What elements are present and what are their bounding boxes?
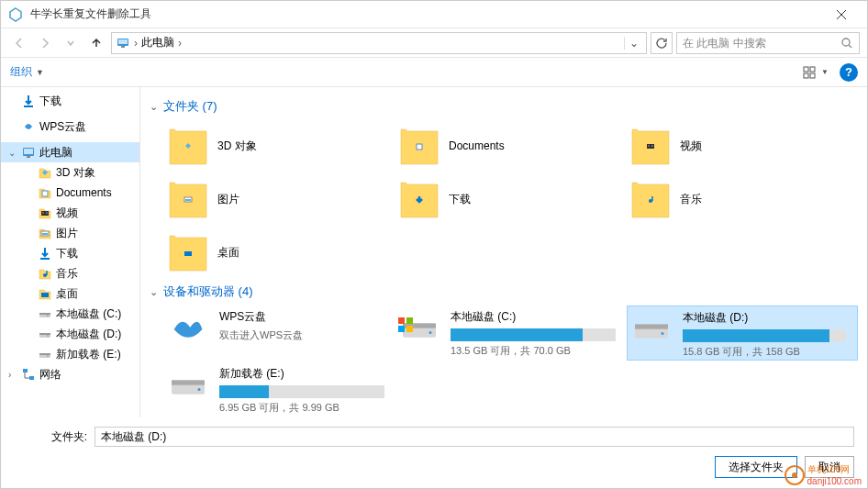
folder-input[interactable] <box>95 427 854 447</box>
desktop-icon <box>168 232 208 272</box>
device-item-1[interactable]: 本地磁盘 (C:)13.5 GB 可用，共 70.0 GB <box>395 306 627 361</box>
search-input[interactable] <box>683 37 840 50</box>
svg-rect-45 <box>185 199 191 201</box>
svg-point-57 <box>662 332 664 335</box>
sidebar-item-8[interactable]: 音乐 <box>1 263 139 283</box>
breadcrumb-dropdown[interactable]: ⌄ <box>624 37 642 50</box>
folder-item-5[interactable]: 音乐 <box>627 173 858 225</box>
organize-button[interactable]: 组织 ▼ <box>10 64 44 80</box>
sidebar-item-4[interactable]: Documents <box>1 183 139 203</box>
select-folder-button[interactable]: 选择文件夹 <box>715 456 797 478</box>
sidebar-item-2[interactable]: ⌄此电脑 <box>1 142 139 162</box>
download-icon <box>21 94 36 108</box>
up-button[interactable] <box>85 32 107 54</box>
view-mode-button[interactable]: ▼ <box>799 62 832 83</box>
folder-name: 图片 <box>217 192 239 207</box>
folders-group-header[interactable]: ⌄ 文件夹 (7) <box>150 98 858 115</box>
download-big-icon <box>399 179 440 219</box>
sidebar-item-3[interactable]: 3D 对象 <box>1 162 139 183</box>
svg-rect-11 <box>810 73 815 78</box>
sidebar-item-7[interactable]: 下载 <box>1 243 139 263</box>
svg-point-46 <box>649 199 652 203</box>
back-button[interactable] <box>8 32 30 54</box>
sidebar-item-label: 本地磁盘 (C:) <box>56 306 121 322</box>
music-icon <box>630 179 671 219</box>
sidebar-item-0[interactable]: 下载 <box>1 91 139 111</box>
device-name: 新加载卷 (E:) <box>219 366 384 382</box>
forward-button[interactable] <box>34 32 56 54</box>
titlebar: 牛学长重复文件删除工具 <box>1 1 867 28</box>
device-item-2[interactable]: 本地磁盘 (D:)15.8 GB 可用，共 158 GB <box>627 306 858 361</box>
music-icon <box>38 266 52 281</box>
device-item-3[interactable]: 新加载卷 (E:)6.95 GB 可用，共 9.99 GB <box>164 362 395 417</box>
folder-item-2[interactable]: 视频 <box>627 120 858 172</box>
folder-item-0[interactable]: 3D 对象 <box>164 120 395 172</box>
svg-rect-17 <box>42 191 48 196</box>
sidebar-item-13[interactable]: ›网络 <box>1 364 139 384</box>
recent-dropdown[interactable] <box>60 32 82 54</box>
drive-icon <box>38 347 52 361</box>
network-icon <box>21 367 36 382</box>
image-icon <box>38 226 52 240</box>
download-icon <box>38 246 52 261</box>
folder-item-1[interactable]: Documents <box>395 120 627 172</box>
sidebar-item-5[interactable]: 视频 <box>1 203 139 223</box>
search-icon <box>840 37 853 50</box>
search-box[interactable] <box>676 32 860 54</box>
svg-rect-35 <box>23 369 28 372</box>
breadcrumb[interactable]: › 此电脑 › ⌄ <box>111 32 647 54</box>
svg-rect-53 <box>398 326 405 332</box>
sidebar-item-label: 视频 <box>56 206 78 221</box>
svg-rect-15 <box>27 156 30 158</box>
device-name: WPS云盘 <box>219 309 384 325</box>
sidebar-item-11[interactable]: 本地磁盘 (D:) <box>1 324 139 344</box>
window-title: 牛学长重复文件删除工具 <box>30 6 823 22</box>
sidebar-item-1[interactable]: WPS云盘 <box>1 117 139 137</box>
folder-name: 下载 <box>449 192 471 207</box>
svg-rect-5 <box>121 46 125 48</box>
chevron-right-icon: › <box>178 37 182 50</box>
expand-icon: ⌄ <box>8 148 17 158</box>
sidebar-item-label: 桌面 <box>56 286 78 302</box>
sidebar-item-10[interactable]: 本地磁盘 (C:) <box>1 304 139 324</box>
drive-big-icon <box>168 366 208 406</box>
close-button[interactable] <box>823 2 860 28</box>
svg-rect-33 <box>39 353 50 355</box>
svg-point-42 <box>648 145 650 147</box>
sidebar-item-6[interactable]: 图片 <box>1 223 139 243</box>
3d-icon <box>38 165 52 180</box>
sidebar-item-label: 图片 <box>56 226 78 241</box>
svg-rect-25 <box>41 293 49 297</box>
svg-rect-14 <box>24 149 33 154</box>
folder-item-6[interactable]: 桌面 <box>164 227 395 278</box>
refresh-button[interactable] <box>651 32 673 54</box>
drive-icon <box>38 327 52 341</box>
folder-name: 桌面 <box>217 245 239 261</box>
folder-item-3[interactable]: 图片 <box>164 173 395 225</box>
app-icon <box>8 7 23 22</box>
storage-bar <box>451 328 616 341</box>
svg-rect-47 <box>184 251 192 256</box>
svg-rect-59 <box>172 380 205 384</box>
devices-group-header[interactable]: ⌄ 设备和驱动器 (4) <box>150 283 858 300</box>
chevron-down-icon: ⌄ <box>150 286 158 298</box>
svg-rect-40 <box>417 144 422 150</box>
breadcrumb-location[interactable]: 此电脑 <box>141 35 174 50</box>
svg-rect-51 <box>398 317 405 324</box>
svg-rect-27 <box>39 313 50 315</box>
svg-rect-22 <box>42 233 48 235</box>
folder-item-4[interactable]: 下载 <box>395 173 627 225</box>
svg-point-20 <box>46 212 48 214</box>
cancel-button[interactable]: 取消 <box>805 456 854 478</box>
image-icon <box>168 179 208 219</box>
pc-icon <box>116 36 130 50</box>
chevron-down-icon: ⌄ <box>150 101 158 113</box>
help-button[interactable]: ? <box>840 63 858 82</box>
svg-point-60 <box>198 388 201 391</box>
device-item-0[interactable]: WPS云盘双击进入WPS云盘 <box>164 306 395 361</box>
device-name: 本地磁盘 (D:) <box>683 310 846 326</box>
sidebar-item-label: 下载 <box>39 94 61 109</box>
sidebar-item-12[interactable]: 新加载卷 (E:) <box>1 344 139 364</box>
svg-point-6 <box>842 39 850 46</box>
sidebar-item-9[interactable]: 桌面 <box>1 283 139 304</box>
